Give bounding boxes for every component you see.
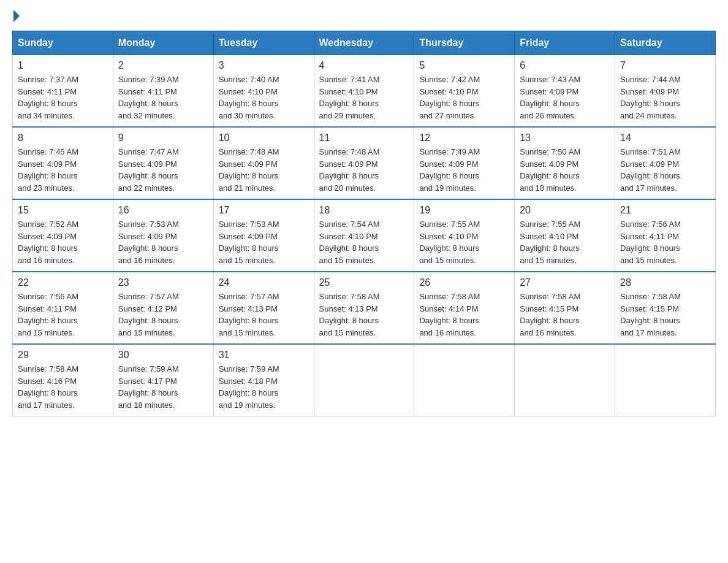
day-info: Sunrise: 7:44 AM Sunset: 4:09 PM Dayligh… [620, 74, 710, 121]
day-info: Sunrise: 7:48 AM Sunset: 4:09 PM Dayligh… [219, 146, 309, 194]
page-header [12, 12, 716, 18]
day-number: 23 [118, 277, 208, 288]
day-number: 22 [18, 277, 108, 288]
calendar-day-cell: 26 Sunrise: 7:58 AM Sunset: 4:14 PM Dayl… [414, 272, 515, 344]
calendar-day-cell: 22 Sunrise: 7:56 AM Sunset: 4:11 PM Dayl… [13, 272, 113, 344]
calendar-day-cell: 2 Sunrise: 7:39 AM Sunset: 4:11 PM Dayli… [113, 55, 213, 128]
calendar-week-row: 15 Sunrise: 7:52 AM Sunset: 4:09 PM Dayl… [13, 199, 716, 272]
day-info: Sunrise: 7:42 AM Sunset: 4:10 PM Dayligh… [419, 74, 509, 121]
calendar-header-row: SundayMondayTuesdayWednesdayThursdayFrid… [13, 31, 716, 55]
calendar-day-cell: 16 Sunrise: 7:53 AM Sunset: 4:09 PM Dayl… [113, 199, 213, 272]
header-saturday: Saturday [615, 31, 716, 55]
calendar-day-cell: 29 Sunrise: 7:58 AM Sunset: 4:16 PM Dayl… [13, 344, 113, 416]
day-number: 18 [319, 205, 409, 216]
day-number: 7 [620, 60, 710, 71]
day-info: Sunrise: 7:59 AM Sunset: 4:18 PM Dayligh… [219, 363, 309, 411]
calendar-day-cell: 3 Sunrise: 7:40 AM Sunset: 4:10 PM Dayli… [213, 55, 314, 128]
day-number: 5 [419, 60, 509, 71]
day-info: Sunrise: 7:58 AM Sunset: 4:13 PM Dayligh… [319, 291, 409, 339]
calendar-day-cell: 28 Sunrise: 7:58 AM Sunset: 4:15 PM Dayl… [615, 272, 716, 344]
day-info: Sunrise: 7:41 AM Sunset: 4:10 PM Dayligh… [319, 74, 409, 121]
day-info: Sunrise: 7:58 AM Sunset: 4:15 PM Dayligh… [620, 291, 710, 339]
day-info: Sunrise: 7:58 AM Sunset: 4:14 PM Dayligh… [419, 291, 509, 339]
calendar-day-cell: 31 Sunrise: 7:59 AM Sunset: 4:18 PM Dayl… [213, 344, 314, 416]
day-info: Sunrise: 7:53 AM Sunset: 4:09 PM Dayligh… [118, 218, 208, 266]
header-sunday: Sunday [13, 31, 113, 55]
header-wednesday: Wednesday [314, 31, 414, 55]
day-info: Sunrise: 7:58 AM Sunset: 4:16 PM Dayligh… [18, 363, 108, 411]
calendar-day-cell: 24 Sunrise: 7:57 AM Sunset: 4:13 PM Dayl… [213, 272, 314, 344]
calendar-day-cell: 19 Sunrise: 7:55 AM Sunset: 4:10 PM Dayl… [414, 199, 515, 272]
day-number: 15 [18, 205, 108, 216]
calendar-day-cell: 23 Sunrise: 7:57 AM Sunset: 4:12 PM Dayl… [113, 272, 213, 344]
calendar-day-cell: 20 Sunrise: 7:55 AM Sunset: 4:10 PM Dayl… [515, 199, 615, 272]
day-number: 24 [219, 277, 309, 288]
day-number: 16 [118, 205, 208, 216]
header-thursday: Thursday [414, 31, 515, 55]
day-number: 3 [219, 60, 309, 71]
calendar-day-cell: 27 Sunrise: 7:58 AM Sunset: 4:15 PM Dayl… [515, 272, 615, 344]
calendar-day-cell: 9 Sunrise: 7:47 AM Sunset: 4:09 PM Dayli… [113, 127, 213, 199]
day-number: 2 [118, 60, 208, 71]
day-number: 11 [319, 132, 409, 144]
day-info: Sunrise: 7:48 AM Sunset: 4:09 PM Dayligh… [319, 146, 409, 194]
calendar-day-cell: 11 Sunrise: 7:48 AM Sunset: 4:09 PM Dayl… [314, 127, 414, 199]
calendar-day-cell: 4 Sunrise: 7:41 AM Sunset: 4:10 PM Dayli… [314, 55, 414, 128]
day-info: Sunrise: 7:57 AM Sunset: 4:13 PM Dayligh… [219, 291, 309, 339]
day-info: Sunrise: 7:56 AM Sunset: 4:11 PM Dayligh… [18, 291, 108, 339]
day-info: Sunrise: 7:51 AM Sunset: 4:09 PM Dayligh… [620, 146, 710, 194]
calendar-day-cell: 21 Sunrise: 7:56 AM Sunset: 4:11 PM Dayl… [615, 199, 716, 272]
day-number: 21 [620, 205, 710, 216]
calendar-week-row: 1 Sunrise: 7:37 AM Sunset: 4:11 PM Dayli… [13, 55, 716, 128]
day-info: Sunrise: 7:53 AM Sunset: 4:09 PM Dayligh… [219, 218, 309, 266]
day-number: 31 [219, 350, 309, 361]
header-friday: Friday [515, 31, 615, 55]
day-info: Sunrise: 7:50 AM Sunset: 4:09 PM Dayligh… [520, 146, 610, 194]
day-info: Sunrise: 7:40 AM Sunset: 4:10 PM Dayligh… [219, 74, 309, 121]
day-info: Sunrise: 7:56 AM Sunset: 4:11 PM Dayligh… [620, 218, 710, 266]
day-number: 20 [520, 205, 610, 216]
calendar-empty-cell [314, 344, 414, 416]
day-number: 1 [18, 60, 108, 71]
day-info: Sunrise: 7:45 AM Sunset: 4:09 PM Dayligh… [18, 146, 108, 194]
day-info: Sunrise: 7:49 AM Sunset: 4:09 PM Dayligh… [419, 146, 509, 194]
calendar-empty-cell [615, 344, 716, 416]
day-info: Sunrise: 7:58 AM Sunset: 4:15 PM Dayligh… [520, 291, 610, 339]
calendar-day-cell: 30 Sunrise: 7:59 AM Sunset: 4:17 PM Dayl… [113, 344, 213, 416]
logo [12, 12, 20, 18]
day-number: 26 [419, 277, 509, 288]
calendar-day-cell: 25 Sunrise: 7:58 AM Sunset: 4:13 PM Dayl… [314, 272, 414, 344]
calendar-day-cell: 1 Sunrise: 7:37 AM Sunset: 4:11 PM Dayli… [13, 55, 113, 128]
day-number: 8 [18, 132, 108, 144]
day-number: 29 [18, 350, 108, 361]
calendar-day-cell: 15 Sunrise: 7:52 AM Sunset: 4:09 PM Dayl… [13, 199, 113, 272]
day-number: 12 [419, 132, 509, 144]
day-number: 28 [620, 277, 710, 288]
header-tuesday: Tuesday [213, 31, 314, 55]
calendar-day-cell: 13 Sunrise: 7:50 AM Sunset: 4:09 PM Dayl… [515, 127, 615, 199]
calendar-day-cell: 10 Sunrise: 7:48 AM Sunset: 4:09 PM Dayl… [213, 127, 314, 199]
day-number: 30 [118, 350, 208, 361]
calendar-week-row: 22 Sunrise: 7:56 AM Sunset: 4:11 PM Dayl… [13, 272, 716, 344]
day-number: 13 [520, 132, 610, 144]
calendar-day-cell: 17 Sunrise: 7:53 AM Sunset: 4:09 PM Dayl… [213, 199, 314, 272]
calendar-table: SundayMondayTuesdayWednesdayThursdayFrid… [12, 31, 716, 416]
day-info: Sunrise: 7:39 AM Sunset: 4:11 PM Dayligh… [118, 74, 208, 121]
day-info: Sunrise: 7:52 AM Sunset: 4:09 PM Dayligh… [18, 218, 108, 266]
day-number: 27 [520, 277, 610, 288]
calendar-day-cell: 5 Sunrise: 7:42 AM Sunset: 4:10 PM Dayli… [414, 55, 515, 128]
day-number: 9 [118, 132, 208, 144]
day-info: Sunrise: 7:43 AM Sunset: 4:09 PM Dayligh… [520, 74, 610, 121]
header-monday: Monday [113, 31, 213, 55]
day-info: Sunrise: 7:55 AM Sunset: 4:10 PM Dayligh… [520, 218, 610, 266]
calendar-empty-cell [515, 344, 615, 416]
day-info: Sunrise: 7:55 AM Sunset: 4:10 PM Dayligh… [419, 218, 509, 266]
day-number: 19 [419, 205, 509, 216]
calendar-day-cell: 12 Sunrise: 7:49 AM Sunset: 4:09 PM Dayl… [414, 127, 515, 199]
day-info: Sunrise: 7:37 AM Sunset: 4:11 PM Dayligh… [18, 74, 108, 121]
day-info: Sunrise: 7:57 AM Sunset: 4:12 PM Dayligh… [118, 291, 208, 339]
calendar-day-cell: 6 Sunrise: 7:43 AM Sunset: 4:09 PM Dayli… [515, 55, 615, 128]
day-number: 14 [620, 132, 710, 144]
day-number: 25 [319, 277, 409, 288]
logo-arrow-icon [13, 10, 20, 22]
